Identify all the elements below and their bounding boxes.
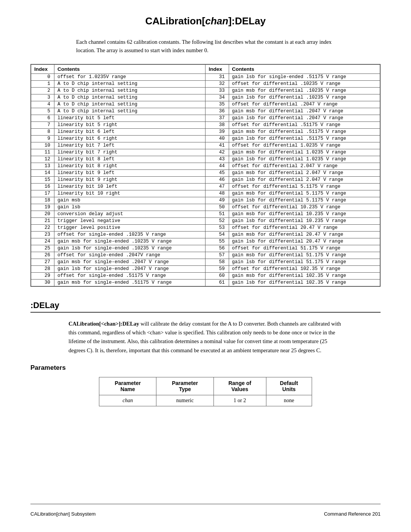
- col2-contents-header: Contents: [229, 64, 380, 73]
- table-row: 26 offset for single-ended .2047V range …: [31, 252, 380, 259]
- table-row: 27 gain msb for single-ended .2047 V ran…: [31, 259, 380, 265]
- right-index: 43: [206, 156, 229, 163]
- table-row: 24 gain msb for single-ended .10235 V ra…: [31, 238, 380, 245]
- right-index: 59: [206, 265, 229, 272]
- right-index: 32: [206, 80, 229, 87]
- table-row: 29 offset for single-ended .51175 V rang…: [31, 272, 380, 279]
- param-name-cell: chan: [99, 395, 156, 406]
- right-index: 48: [206, 190, 229, 197]
- page: CALibration[chan]:DELay Each channel con…: [0, 0, 411, 532]
- left-index: 19: [31, 204, 54, 211]
- right-desc: gain lsb for differential .10235 V range: [229, 94, 380, 101]
- left-desc: linearity bit 8 left: [54, 156, 206, 163]
- table-row: 20 conversion delay adjust 51 gain msb f…: [31, 211, 380, 217]
- left-index: 21: [31, 217, 54, 224]
- right-desc: gain msb for differential .10235 V range: [229, 87, 380, 94]
- right-desc: offset for differential 1.0235 V range: [229, 142, 380, 149]
- left-index: 11: [31, 149, 54, 156]
- table-row: 19 gain lsb 50 offset for differential 1…: [31, 204, 380, 211]
- right-desc: gain lsb for differential 102.35 V range: [229, 279, 380, 286]
- left-desc: gain lsb for single-ended .2047 V range: [54, 265, 206, 272]
- right-desc: gain msb for differential 5.1175 V range: [229, 190, 380, 197]
- right-desc: gain lsb for differential 2.047 V range: [229, 176, 380, 183]
- table-row: 8 linearity bit 6 left 39 gain msb for d…: [31, 128, 380, 135]
- left-desc: gain lsb for single-ended .10235 V range: [54, 245, 206, 252]
- right-desc: offset for differential 51.175 V range: [229, 245, 380, 252]
- left-desc: linearity bit 10 left: [54, 183, 206, 190]
- col1-index-header: Index: [31, 64, 54, 73]
- right-desc: gain msb for differential 102.35 V range: [229, 272, 380, 279]
- right-desc: gain lsb for differential 5.1175 V range: [229, 197, 380, 204]
- left-index: 10: [31, 142, 54, 149]
- right-desc: gain msb for differential .51175 V range: [229, 128, 380, 135]
- delay-section-heading: :DELay: [30, 300, 381, 313]
- right-index: 58: [206, 259, 229, 265]
- left-index: 3: [31, 94, 54, 101]
- right-desc: offset for differential 20.47 V range: [229, 224, 380, 231]
- param-range-header: Range ofValues: [213, 377, 266, 395]
- left-desc: A to D chip internal setting: [54, 101, 206, 108]
- right-desc: offset for differential 102.35 V range: [229, 265, 380, 272]
- table-row: 11 linearity bit 7 right 42 gain msb for…: [31, 149, 380, 156]
- right-index: 49: [206, 197, 229, 204]
- right-index: 51: [206, 211, 229, 217]
- table-row: 10 linearity bit 7 left 41 offset for di…: [31, 142, 380, 149]
- right-index: 37: [206, 115, 229, 121]
- left-desc: gain msb for single-ended .2047 V range: [54, 259, 206, 265]
- right-desc: gain lsb for differential 1.0235 V range: [229, 156, 380, 163]
- left-desc: conversion delay adjust: [54, 211, 206, 217]
- table-row: 3 A to D chip internal setting 34 gain l…: [31, 94, 380, 101]
- left-index: 7: [31, 121, 54, 128]
- right-desc: gain lsb for single-ended .51175 V range: [229, 73, 380, 80]
- left-desc: A to D chip internal setting: [54, 108, 206, 115]
- left-index: 25: [31, 245, 54, 252]
- left-desc: gain msb for single-ended .10235 V range: [54, 238, 206, 245]
- right-desc: gain lsb for differential 51.175 V range: [229, 259, 380, 265]
- right-index: 41: [206, 142, 229, 149]
- left-desc: linearity bit 6 left: [54, 128, 206, 135]
- table-row: 1 A to D chip internal setting 32 offset…: [31, 80, 380, 87]
- param-type-cell: numeric: [156, 395, 213, 406]
- page-title: CALibration[chan]:DELay: [30, 15, 381, 27]
- right-desc: offset for differential 10.235 V range: [229, 204, 380, 211]
- left-index: 0: [31, 73, 54, 80]
- table-row: 22 trigger level positive 53 offset for …: [31, 224, 380, 231]
- page-footer: CALibration[chan] Subsystem Command Refe…: [30, 504, 381, 517]
- footer-right: Command Reference 201: [324, 511, 381, 517]
- table-row: 23 offset for single-ended .10235 V rang…: [31, 231, 380, 238]
- left-desc: gain msb: [54, 197, 206, 204]
- left-index: 13: [31, 163, 54, 169]
- left-desc: linearity bit 9 left: [54, 169, 206, 176]
- left-desc: offset for single-ended .51175 V range: [54, 272, 206, 279]
- left-desc: linearity bit 7 left: [54, 142, 206, 149]
- right-desc: gain msb for differential 20.47 V range: [229, 231, 380, 238]
- param-default-header: DefaultUnits: [266, 377, 312, 395]
- table-row: 0 offset for 1.0235V range 31 gain lsb f…: [31, 73, 380, 80]
- table-row: 5 A to D chip internal setting 36 gain m…: [31, 108, 380, 115]
- left-index: 30: [31, 279, 54, 286]
- table-row: 4 A to D chip internal setting 35 offset…: [31, 101, 380, 108]
- left-desc: gain msb for single-ended .51175 V range: [54, 279, 206, 286]
- delay-section-body: CALibration[<chan>]:DELay will calibrate…: [68, 320, 342, 355]
- right-desc: offset for differential 5.1175 V range: [229, 183, 380, 190]
- left-index: 2: [31, 87, 54, 94]
- left-index: 5: [31, 108, 54, 115]
- col1-contents-header: Contents: [54, 64, 206, 73]
- parameters-heading: Parameters: [30, 364, 381, 372]
- footer-left: CALibration[chan] Subsystem: [30, 511, 96, 517]
- right-index: 40: [206, 135, 229, 142]
- left-index: 24: [31, 238, 54, 245]
- right-index: 50: [206, 204, 229, 211]
- left-desc: offset for 1.0235V range: [54, 73, 206, 80]
- left-index: 28: [31, 265, 54, 272]
- table-row: 28 gain lsb for single-ended .2047 V ran…: [31, 265, 380, 272]
- right-index: 55: [206, 238, 229, 245]
- left-index: 15: [31, 176, 54, 183]
- right-desc: offset for differential 2.047 V range: [229, 163, 380, 169]
- right-index: 53: [206, 224, 229, 231]
- right-index: 61: [206, 279, 229, 286]
- param-default-cell: none: [266, 395, 312, 406]
- left-index: 29: [31, 272, 54, 279]
- right-index: 52: [206, 217, 229, 224]
- right-index: 34: [206, 94, 229, 101]
